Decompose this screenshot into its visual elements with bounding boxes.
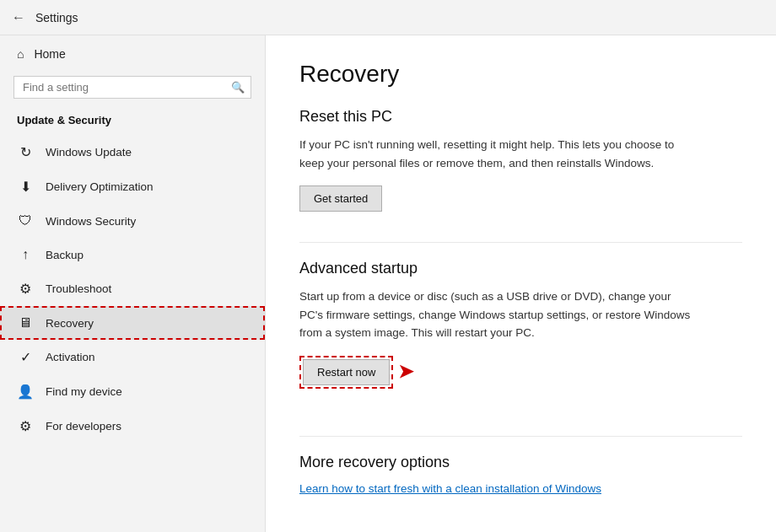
- backup-icon: ↑: [17, 247, 34, 262]
- back-button[interactable]: ←: [12, 10, 25, 25]
- sidebar-item-label: Troubleshoot: [46, 282, 111, 295]
- sidebar-item-windows-security[interactable]: 🛡 Windows Security: [0, 204, 265, 238]
- sidebar-item-label: Recovery: [46, 317, 94, 330]
- main-layout: ⌂ Home 🔍 Update & Security ↻ Windows Upd…: [0, 35, 776, 532]
- sidebar-item-for-developers[interactable]: ⚙ For developers: [0, 409, 265, 443]
- sidebar-item-recovery[interactable]: 🖥 Recovery: [0, 306, 265, 340]
- search-input[interactable]: [13, 76, 251, 99]
- delivery-optimization-icon: ⬇: [17, 179, 34, 195]
- sidebar-item-label: Find my device: [46, 385, 122, 398]
- restart-button-highlight: Restart now: [299, 356, 393, 389]
- restart-button-wrapper: Restart now ➤: [299, 356, 393, 389]
- section-divider-2: [299, 436, 742, 437]
- sidebar-item-troubleshoot[interactable]: ⚙ Troubleshoot: [0, 271, 265, 306]
- content-area: Recovery Reset this PC If your PC isn't …: [266, 35, 776, 532]
- activation-icon: ✓: [17, 349, 34, 365]
- clean-install-link[interactable]: Learn how to start fresh with a clean in…: [299, 482, 601, 495]
- restart-now-button[interactable]: Restart now: [303, 359, 390, 385]
- windows-security-icon: 🛡: [17, 213, 34, 228]
- sidebar-item-label: Windows Security: [46, 215, 136, 228]
- find-device-icon: 👤: [17, 384, 34, 400]
- sidebar: ⌂ Home 🔍 Update & Security ↻ Windows Upd…: [0, 35, 266, 532]
- troubleshoot-icon: ⚙: [17, 281, 34, 297]
- sidebar-item-label: For developers: [46, 420, 121, 433]
- section-divider: [299, 242, 742, 243]
- advanced-startup-description: Start up from a device or disc (such as …: [299, 287, 696, 342]
- sidebar-item-windows-update[interactable]: ↻ Windows Update: [0, 135, 265, 169]
- windows-update-icon: ↻: [17, 144, 34, 160]
- sidebar-section-title: Update & Security: [0, 109, 265, 135]
- back-arrow-icon: ←: [12, 10, 25, 25]
- reset-section-title: Reset this PC: [299, 108, 742, 126]
- reset-section-description: If your PC isn't running well, resetting…: [299, 136, 696, 172]
- sidebar-item-label: Windows Update: [46, 146, 132, 159]
- sidebar-item-find-my-device[interactable]: 👤 Find my device: [0, 374, 265, 409]
- sidebar-item-home[interactable]: ⌂ Home: [0, 35, 265, 73]
- sidebar-item-label: Backup: [46, 249, 84, 261]
- more-options-title: More recovery options: [299, 454, 742, 471]
- sidebar-home-label: Home: [34, 47, 65, 61]
- recovery-icon: 🖥: [17, 315, 34, 330]
- get-started-button[interactable]: Get started: [299, 185, 382, 212]
- sidebar-item-activation[interactable]: ✓ Activation: [0, 340, 265, 374]
- home-icon: ⌂: [17, 47, 24, 61]
- window-title: Settings: [35, 11, 78, 24]
- developers-icon: ⚙: [17, 418, 34, 434]
- sidebar-item-backup[interactable]: ↑ Backup: [0, 238, 265, 271]
- search-box: 🔍: [13, 76, 251, 99]
- sidebar-item-delivery-optimization[interactable]: ⬇ Delivery Optimization: [0, 169, 265, 204]
- annotation-arrow: ➤: [398, 361, 413, 383]
- search-icon: 🔍: [231, 81, 245, 94]
- sidebar-item-label: Delivery Optimization: [46, 180, 154, 193]
- title-bar: ← Settings: [0, 0, 776, 35]
- advanced-startup-title: Advanced startup: [299, 260, 742, 277]
- sidebar-item-label: Activation: [46, 351, 95, 363]
- page-title: Recovery: [299, 61, 742, 88]
